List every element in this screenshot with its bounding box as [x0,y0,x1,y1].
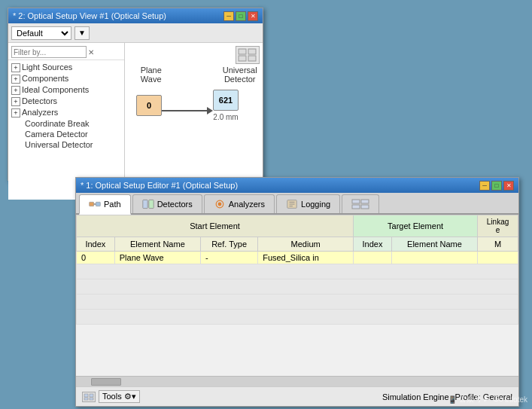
optical-setup-view-window: * 2: Optical Setup View #1 (Optical Setu… [8,8,263,181]
tab-logging[interactable]: Logging [276,194,340,213]
tabs-container: Path Detectors Analyzers [76,193,518,215]
sidebar: ✕ +Light Sources +Components +Ideal Comp… [8,43,125,200]
svg-rect-0 [239,49,246,54]
row-target-name [391,252,477,264]
tools-label: Tools [102,392,122,401]
setup-table: Start Element Target Element Linkage Ind… [76,215,518,325]
svg-rect-4 [90,202,94,206]
arrow-shaft [162,110,207,111]
start-element-group-header: Start Element [77,215,354,237]
sidebar-item-universal-detector[interactable]: Universal Detector [8,139,124,150]
svg-rect-21 [84,398,88,400]
svg-rect-3 [248,56,256,61]
sidebar-item-analyzers[interactable]: +Analyzers [8,107,124,118]
optical-setup-editor-window: * 1: Optical Setup Editor #1 (Optical Se… [75,177,519,407]
element-distance: 2.0 mm [213,113,238,121]
tools-button[interactable]: Tools ⚙▾ [99,390,140,403]
svg-rect-7 [142,200,147,208]
detector-label: Universal Detector [217,66,263,84]
filter-clear-btn[interactable]: ✕ [88,48,94,56]
window1-minimize-btn[interactable]: ─ [223,11,234,21]
watermark-icon: 📱 [448,395,457,404]
simulation-engine-label: Simulation Engine [382,392,449,401]
sidebar-item-components[interactable]: +Components [8,73,124,84]
window2-title-bar: * 1: Optical Setup Editor #1 (Optical Se… [76,178,518,193]
tab-path-label: Path [104,200,121,209]
sidebar-item-camera-detector[interactable]: Camera Detector [8,129,124,139]
window1-title: * 2: Optical Setup View #1 (Optical Setu… [13,11,166,20]
toolbar-icon-btn[interactable]: ▼ [74,26,90,40]
tools-gear-icon: ⚙▾ [124,392,136,401]
arrow-head [207,107,213,114]
row-start-name: Plane Wave [114,252,200,264]
svg-rect-5 [96,202,100,206]
expand-icon: + [11,108,20,118]
detector-element[interactable]: 621 2.0 mm [213,90,239,121]
table-scroll-area[interactable]: Start Element Target Element Linkage Ind… [76,215,518,376]
sidebar-item-ideal-components[interactable]: +Ideal Components [8,84,124,96]
window1-content: ✕ +Light Sources +Components +Ideal Comp… [8,43,263,200]
detector-box[interactable]: 621 [213,90,239,111]
tab-path[interactable]: Path [79,194,131,215]
col-element-name: Element Name [114,237,200,252]
row-target-index [354,252,392,264]
col-index: Index [77,237,115,252]
table-row[interactable]: 0 Plane Wave - Fused_Silica in [77,252,518,264]
window2-close-btn[interactable]: ✕ [503,181,514,191]
window2-controls: ─ □ ✕ [479,181,514,191]
row-linkage [478,252,518,264]
window2-inner: Path Detectors Analyzers [76,193,518,406]
horizontal-scrollbar[interactable] [76,376,518,386]
expand-icon: + [11,86,20,95]
col-target-name: Element Name [391,237,477,252]
empty-row-2 [77,279,518,295]
col-medium: Medium [258,237,354,252]
status-left: Tools ⚙▾ [82,390,140,403]
empty-row-3 [77,295,518,310]
window2-title: * 1: Optical Setup Editor #1 (Optical Se… [81,181,238,190]
watermark-text: 公众号 ▶ Go [459,394,503,404]
arrow-connector [162,107,213,114]
target-element-group-header: Target Element [354,215,478,237]
tab-analyzers[interactable]: Analyzers [204,194,275,213]
plane-wave-element[interactable]: 0 [136,95,162,116]
tab-analyzers-label: Analyzers [229,200,265,209]
window1-maximize-btn[interactable]: □ [236,11,246,21]
diagram-elements: 0 621 2.0 mm [136,90,263,121]
svg-rect-1 [248,49,256,54]
canvas-area: Plane Wave Universal Detector 0 [125,43,263,200]
tab-extra[interactable] [342,194,379,213]
tab-detectors[interactable]: Detectors [132,194,202,213]
sidebar-item-detectors[interactable]: +Detectors [8,96,124,107]
window2-minimize-btn[interactable]: ─ [479,181,490,191]
sidebar-item-coordinate-break[interactable]: Coordinate Break [8,118,124,129]
detector-value: 621 [219,96,233,105]
plane-wave-value: 0 [147,101,151,110]
detectors-tab-icon [142,198,154,210]
watermark-suffix: infotek [506,395,527,404]
sidebar-item-light-sources[interactable]: +Light Sources [8,62,124,73]
expand-icon: + [11,63,20,72]
col-linkage-m: M [478,237,518,252]
svg-rect-19 [84,394,88,397]
watermark: 📱 公众号 ▶ Go infotek [448,394,527,404]
col-target-index: Index [354,237,392,252]
window2-body: Start Element Target Element Linkage Ind… [76,215,518,386]
svg-rect-15 [352,200,360,203]
tab-detectors-label: Detectors [157,200,193,209]
window1-close-btn[interactable]: ✕ [248,11,258,21]
filter-input[interactable] [11,46,87,58]
diagram: Plane Wave Universal Detector 0 [136,66,263,121]
preset-dropdown[interactable]: Default [11,26,71,40]
plane-wave-label: Plane Wave [136,66,166,84]
status-icon [82,392,96,402]
filter-row: ✕ [8,44,124,60]
diagram-labels: Plane Wave Universal Detector [136,66,263,87]
window1-controls: ─ □ ✕ [223,11,258,21]
window2-maximize-btn[interactable]: □ [491,181,502,191]
row-ref-type: - [201,252,258,264]
expand-icon: + [11,97,20,106]
plane-wave-box[interactable]: 0 [136,95,162,116]
scrollbar-thumb[interactable] [91,378,121,386]
canvas-icon-btn[interactable] [236,46,260,64]
